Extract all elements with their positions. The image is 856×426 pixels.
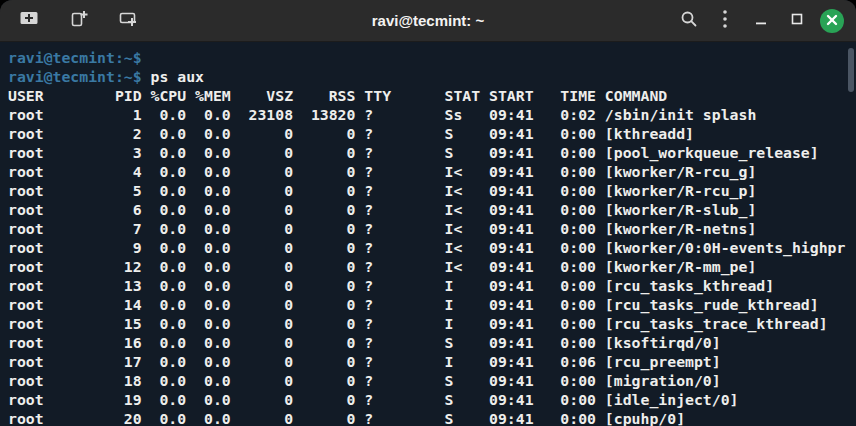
process-row: root 13 0.0 0.0 0 0 ? I 09:41 0:00 [rcu_… bbox=[8, 276, 856, 295]
terminal-window: ravi@tecmint: ~ bbox=[0, 0, 856, 426]
ps-output: USER PID %CPU %MEM VSZ RSS TTY STAT STAR… bbox=[8, 86, 856, 426]
minimize-button[interactable] bbox=[748, 8, 774, 34]
titlebar-left-actions bbox=[0, 8, 142, 34]
ps-header-row: USER PID %CPU %MEM VSZ RSS TTY STAT STAR… bbox=[8, 86, 856, 105]
process-row: root 12 0.0 0.0 0 0 ? I< 09:41 0:00 [kwo… bbox=[8, 257, 856, 276]
menu-button[interactable] bbox=[712, 8, 738, 34]
kebab-menu-icon bbox=[722, 9, 728, 33]
maximize-icon bbox=[790, 12, 804, 30]
process-row: root 1 0.0 0.0 23108 13820 ? Ss 09:41 0:… bbox=[8, 105, 856, 124]
shell-prompt: ravi@tecmint:~$ bbox=[8, 49, 142, 66]
process-row: root 2 0.0 0.0 0 0 ? S 09:41 0:00 [kthre… bbox=[8, 124, 856, 143]
process-row: root 17 0.0 0.0 0 0 ? I 09:41 0:06 [rcu_… bbox=[8, 352, 856, 371]
new-tab-icon bbox=[70, 10, 88, 32]
process-row: root 7 0.0 0.0 0 0 ? I< 09:41 0:00 [kwor… bbox=[8, 219, 856, 238]
process-row: root 4 0.0 0.0 0 0 ? I< 09:41 0:00 [kwor… bbox=[8, 162, 856, 181]
process-row: root 5 0.0 0.0 0 0 ? I< 09:41 0:00 [kwor… bbox=[8, 181, 856, 200]
process-row: root 6 0.0 0.0 0 0 ? I< 09:41 0:00 [kwor… bbox=[8, 200, 856, 219]
shell-prompt: ravi@tecmint:~$ bbox=[8, 68, 142, 85]
command-text: ps aux bbox=[151, 68, 204, 85]
terminal[interactable]: ravi@tecmint:~$ ravi@tecmint:~$ ps aux U… bbox=[0, 42, 856, 426]
close-icon bbox=[826, 12, 838, 30]
process-row: root 14 0.0 0.0 0 0 ? I 09:41 0:00 [rcu_… bbox=[8, 295, 856, 314]
close-button[interactable] bbox=[820, 9, 844, 33]
process-row: root 20 0.0 0.0 0 0 ? S 09:41 0:00 [cpuh… bbox=[8, 409, 856, 426]
process-row: root 3 0.0 0.0 0 0 ? S 09:41 0:00 [pool_… bbox=[8, 143, 856, 162]
titlebar: ravi@tecmint: ~ bbox=[0, 0, 856, 42]
maximize-button[interactable] bbox=[784, 8, 810, 34]
process-row: root 18 0.0 0.0 0 0 ? S 09:41 0:00 [migr… bbox=[8, 371, 856, 390]
search-button[interactable] bbox=[676, 8, 702, 34]
process-row: root 9 0.0 0.0 0 0 ? I< 09:41 0:00 [kwor… bbox=[8, 238, 856, 257]
process-row: root 15 0.0 0.0 0 0 ? I 09:41 0:00 [rcu_… bbox=[8, 314, 856, 333]
tab-overview-icon bbox=[119, 11, 139, 31]
process-row: root 19 0.0 0.0 0 0 ? S 09:41 0:00 [idle… bbox=[8, 390, 856, 409]
search-icon bbox=[680, 10, 698, 32]
prompt-line: ravi@tecmint:~$ bbox=[8, 48, 856, 67]
command-line: ravi@tecmint:~$ ps aux bbox=[8, 67, 856, 86]
new-window-icon bbox=[20, 11, 38, 31]
new-tab-button[interactable] bbox=[66, 8, 92, 34]
typed-command bbox=[142, 68, 151, 85]
new-window-button[interactable] bbox=[16, 8, 42, 34]
process-row: root 16 0.0 0.0 0 0 ? S 09:41 0:00 [ksof… bbox=[8, 333, 856, 352]
minimize-icon bbox=[754, 12, 768, 30]
tab-overview-button[interactable] bbox=[116, 8, 142, 34]
scrollbar-thumb[interactable] bbox=[848, 48, 854, 92]
titlebar-right-actions bbox=[676, 8, 856, 34]
